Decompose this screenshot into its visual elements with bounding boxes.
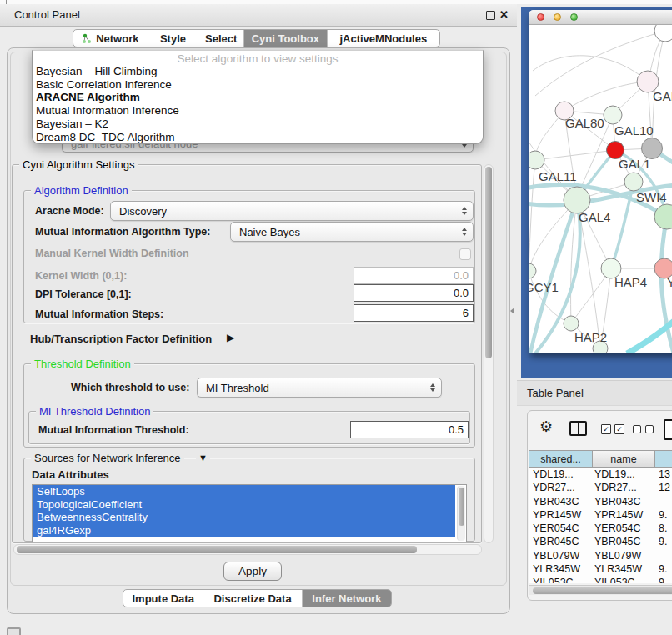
mi-steps-field[interactable]: 6	[354, 304, 474, 322]
select-all-checkbox-icon2[interactable]: ✓	[614, 424, 624, 434]
node-label: GAL1	[619, 157, 650, 171]
settings-vscrollbar[interactable]	[484, 164, 494, 543]
tab-select[interactable]: Select	[198, 30, 244, 47]
minimized-panel-chip[interactable]	[7, 628, 21, 635]
table-body[interactable]: YDL19...YDL19...13 YDR27...YDR27...12 YB…	[529, 468, 672, 583]
stepper-arrows-icon	[430, 383, 435, 392]
table-row[interactable]: YBL079WYBL079W	[529, 549, 672, 562]
control-panel-titlebar: Control Panel ✕	[0, 4, 517, 27]
table-toolbar: ⚙ ✓ ✓	[528, 411, 672, 449]
table-row[interactable]: YDR27...YDR27...12	[529, 481, 672, 494]
tab-cyni-toolbox[interactable]: Cyni Toolbox	[244, 30, 328, 47]
zoom-traffic-icon[interactable]	[570, 13, 578, 21]
network-window-titlebar[interactable]	[529, 10, 672, 25]
which-threshold-label: Which threshold to use:	[71, 382, 189, 393]
node-label: GAL4	[579, 210, 610, 224]
kernel-width-value: 0.0	[454, 269, 469, 282]
network-icon	[82, 33, 93, 44]
hub-definition-label[interactable]: Hub/Transcription Factor Definition	[30, 332, 212, 345]
node-gcy1[interactable]	[529, 263, 536, 278]
hub-expand-icon[interactable]: ▶	[227, 332, 234, 343]
apply-button[interactable]: Apply	[223, 562, 282, 581]
dpi-tolerance-label: DPI Tolerance [0,1]:	[35, 288, 132, 300]
manual-kernel-checkbox[interactable]	[459, 248, 471, 260]
float-window-icon[interactable]	[486, 11, 495, 20]
sources-collapse-icon[interactable]: ▼	[196, 452, 210, 464]
aracne-mode-label: Aracne Mode:	[35, 205, 104, 217]
algorithm-dropdown[interactable]: Select algorithm to view settings Bayesi…	[32, 50, 484, 144]
deselect-checkbox-icon2[interactable]	[645, 425, 654, 433]
tab-style-label: Style	[160, 32, 186, 45]
algorithm-option[interactable]: Mutual Information Inference	[36, 104, 479, 118]
sources-title[interactable]: Sources for Network Inference	[31, 452, 184, 464]
mi-steps-value: 6	[463, 307, 469, 319]
tab-network[interactable]: Network	[73, 30, 148, 47]
tab-infer-network[interactable]: Infer Network	[303, 590, 391, 607]
table-row[interactable]: YIL053CYIL053C9.	[529, 576, 672, 583]
tab-discretize-data[interactable]: Discretize Data	[203, 590, 302, 607]
column-header-shared-name[interactable]: shared...	[529, 450, 593, 468]
table-row[interactable]: YLR345WYLR345W9.	[529, 562, 672, 576]
select-all-checkbox-icon[interactable]: ✓	[601, 424, 611, 434]
mi-algorithm-type-select[interactable]: Naive Bayes	[230, 222, 474, 242]
split-columns-icon[interactable]	[569, 421, 587, 436]
attribute-item-selected[interactable]: SelfLoops	[33, 485, 455, 498]
node-hap2[interactable]	[564, 316, 579, 331]
network-view-frame: GAL GAL80 GAL10 GAL1 GAL11 SWI4 GAL4 GCY…	[521, 7, 672, 378]
table-row[interactable]: YDL19...YDL19...13	[529, 468, 672, 481]
node-label: Y	[667, 275, 672, 289]
which-threshold-value: MI Threshold	[206, 382, 269, 394]
table-row[interactable]: YBR045CYBR045C9.	[529, 535, 672, 548]
which-threshold-select[interactable]: MI Threshold	[197, 378, 442, 398]
table-row[interactable]: YPR145WYPR145W9.	[529, 508, 672, 522]
network-window[interactable]: GAL GAL80 GAL10 GAL1 GAL11 SWI4 GAL4 GCY…	[529, 10, 672, 353]
algorithm-option[interactable]: Bayesian – Hill Climbing	[36, 65, 479, 78]
data-attributes-list[interactable]: SelfLoops TopologicalCoefficient Between…	[32, 484, 467, 542]
node-big-green[interactable]	[654, 204, 672, 229]
node[interactable]	[654, 25, 672, 42]
algorithm-option[interactable]: Bayesian – K2	[36, 118, 479, 131]
close-icon[interactable]: ✕	[499, 8, 509, 21]
close-traffic-icon[interactable]	[537, 13, 544, 21]
tab-jactivemnodules[interactable]: jActiveMNodules	[328, 30, 439, 47]
column-header-name[interactable]: name	[593, 450, 655, 468]
dpi-tolerance-value: 0.0	[454, 287, 469, 299]
attribute-item-selected[interactable]: TopologicalCoefficient	[33, 498, 455, 512]
bottom-tabbar: Impute Data Discretize Data Infer Networ…	[123, 589, 392, 608]
attribute-item-selected[interactable]: gal4RGexp	[33, 524, 455, 538]
gear-icon[interactable]: ⚙	[539, 418, 553, 436]
node-gal10[interactable]	[604, 106, 622, 124]
column-header-cut[interactable]	[655, 450, 672, 468]
aracne-mode-select[interactable]: Discovery	[110, 201, 474, 221]
table-hscrollbar[interactable]	[529, 585, 672, 595]
attributes-scrollbar[interactable]	[457, 486, 465, 541]
settings-hscrollbar[interactable]	[13, 544, 482, 555]
mi-steps-label: Mutual Information Steps:	[35, 308, 163, 320]
dpi-tolerance-field[interactable]: 0.0	[354, 284, 474, 302]
minimize-traffic-icon[interactable]	[554, 13, 561, 21]
table-row[interactable]: YBR043CYBR043C	[529, 495, 672, 508]
node-gray[interactable]	[642, 138, 663, 159]
node-gal11[interactable]	[529, 151, 544, 169]
algorithm-option[interactable]: Basic Correlation Inference	[36, 78, 479, 92]
mi-threshold-field[interactable]: 0.5	[350, 421, 469, 438]
attribute-item-selected[interactable]: BetweennessCentrality	[33, 511, 455, 524]
kernel-width-label: Kernel Width (0,1):	[35, 270, 127, 282]
deselect-checkbox-icon[interactable]	[633, 425, 641, 433]
network-canvas[interactable]: GAL GAL80 GAL10 GAL1 GAL11 SWI4 GAL4 GCY…	[529, 25, 672, 353]
algorithm-option[interactable]: Dream8 DC_TDC Algorithm	[36, 131, 479, 144]
kernel-width-field: 0.0	[354, 267, 474, 284]
table-row[interactable]: YER054CYER054C8.	[529, 522, 672, 535]
mi-threshold-label: Mutual Information Threshold:	[38, 424, 189, 436]
mi-threshold-value: 0.5	[449, 423, 464, 436]
algorithm-option-selected[interactable]: ARACNE Algorithm	[36, 91, 479, 104]
node-swi4[interactable]	[624, 172, 643, 191]
table-widget: ⚙ ✓ ✓ shared... name YDL19...YDL19...13 …	[527, 410, 672, 601]
node-label: GAL	[653, 89, 672, 103]
tab-impute-data[interactable]: Impute Data	[123, 590, 203, 607]
export-table-icon[interactable]	[664, 419, 672, 440]
table-panel-header: Table Panel	[517, 380, 672, 406]
panel-splitter-handle[interactable]	[510, 308, 514, 314]
node-label: GAL11	[539, 169, 577, 183]
tab-style[interactable]: Style	[148, 30, 199, 47]
